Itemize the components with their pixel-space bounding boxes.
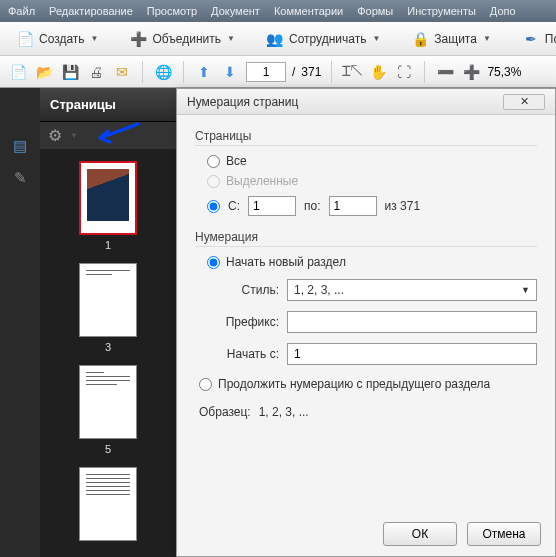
option-selected-row: Выделенные (207, 174, 537, 188)
snapshot-icon[interactable]: ⛶ (394, 62, 414, 82)
dialog-buttons: ОК Отмена (383, 522, 541, 546)
pages-panel: Страницы ⚙ ▼ 1 3 5 (40, 88, 176, 557)
menu-document[interactable]: Документ (211, 5, 260, 17)
from-input[interactable] (248, 196, 296, 216)
of-total-label: из 371 (385, 199, 421, 213)
option-all-row[interactable]: Все (207, 154, 537, 168)
left-sidebar: ▤ ✎ (0, 88, 40, 557)
world-icon[interactable]: 🌐 (153, 62, 173, 82)
dropdown-icon: ▼ (91, 34, 99, 43)
numbering-group: Нумерация Начать новый раздел Стиль: 1, … (195, 230, 537, 391)
menu-forms[interactable]: Формы (357, 5, 393, 17)
pen-icon: ✒ (521, 29, 541, 49)
page-number-input[interactable] (246, 62, 286, 82)
merge-label: Объединить (153, 32, 222, 46)
thumbnail-number: 5 (105, 443, 111, 455)
close-button[interactable]: ✕ (503, 94, 545, 110)
new-section-label: Начать новый раздел (226, 255, 346, 269)
style-select[interactable]: 1, 2, 3, ... ▼ (287, 279, 537, 301)
separator (424, 61, 425, 83)
new-document-icon: 📄 (15, 29, 35, 49)
option-all-label: Все (226, 154, 247, 168)
create-button[interactable]: 📄 Создать ▼ (8, 25, 106, 53)
main-area: ▤ ✎ Страницы ⚙ ▼ 1 3 5 (0, 88, 556, 557)
bookmarks-tab-icon[interactable]: ✎ (10, 168, 30, 188)
menu-help[interactable]: Допо (490, 5, 516, 17)
lock-icon: 🔒 (410, 29, 430, 49)
next-page-icon[interactable]: ⬇ (220, 62, 240, 82)
page-separator: / (292, 65, 295, 79)
prefix-label: Префикс: (215, 315, 279, 329)
thumbnails-list: 1 3 5 (40, 149, 176, 557)
protect-label: Защита (434, 32, 477, 46)
text-select-icon[interactable]: Ꮖ↖ (342, 62, 362, 82)
start-input[interactable] (287, 343, 537, 365)
menu-edit[interactable]: Редактирование (49, 5, 133, 17)
zoom-out-icon[interactable]: ➖ (435, 62, 455, 82)
menu-view[interactable]: Просмотр (147, 5, 197, 17)
mail-icon[interactable]: ✉ (112, 62, 132, 82)
option-new-section-row[interactable]: Начать новый раздел (207, 255, 537, 269)
option-continue-row[interactable]: Продолжить нумерацию с предыдущего разде… (199, 377, 537, 391)
zoom-value[interactable]: 75,3% (487, 65, 521, 79)
arrow-annotation (92, 120, 142, 146)
pages-group-label: Страницы (195, 129, 537, 146)
style-row: Стиль: 1, 2, 3, ... ▼ (215, 279, 537, 301)
hand-tool-icon[interactable]: ✋ (368, 62, 388, 82)
dropdown-icon[interactable]: ▼ (70, 131, 78, 140)
menu-comments[interactable]: Комментарии (274, 5, 343, 17)
numbering-group-label: Нумерация (195, 230, 537, 247)
menubar: Файл Редактирование Просмотр Документ Ко… (0, 0, 556, 22)
radio-continue[interactable] (199, 378, 212, 391)
pages-panel-title: Страницы (40, 88, 176, 122)
ok-button[interactable]: ОК (383, 522, 457, 546)
prev-page-icon[interactable]: ⬆ (194, 62, 214, 82)
thumbnail-item[interactable] (79, 467, 137, 541)
thumbnail-number: 1 (105, 239, 111, 251)
zoom-in-icon[interactable]: ➕ (461, 62, 481, 82)
thumbnail-item[interactable]: 3 (79, 263, 137, 353)
radio-from[interactable] (207, 200, 220, 213)
sign-button[interactable]: ✒ Подпись ▼ (514, 25, 556, 53)
dialog-body: Страницы Все Выделенные С: по: из 371 (177, 115, 555, 433)
separator (142, 61, 143, 83)
collaborate-button[interactable]: 👥 Сотрудничать ▼ (258, 25, 387, 53)
prefix-input[interactable] (287, 311, 537, 333)
main-toolbar: 📄 Создать ▼ ➕ Объединить ▼ 👥 Сотрудничат… (0, 22, 556, 56)
cancel-button[interactable]: Отмена (467, 522, 541, 546)
radio-all[interactable] (207, 155, 220, 168)
dropdown-icon: ▼ (227, 34, 235, 43)
save-icon[interactable]: 💾 (60, 62, 80, 82)
to-input[interactable] (329, 196, 377, 216)
thumbnail-item[interactable]: 1 (79, 161, 137, 251)
sample-label: Образец: (199, 405, 251, 419)
nav-toolbar: 📄 📂 💾 🖨 ✉ 🌐 ⬆ ⬇ / 371 Ꮖ↖ ✋ ⛶ ➖ ➕ 75,3% (0, 56, 556, 88)
merge-button[interactable]: ➕ Объединить ▼ (122, 25, 242, 53)
create-label: Создать (39, 32, 85, 46)
print-icon[interactable]: 🖨 (86, 62, 106, 82)
thumbnail-page (79, 467, 137, 541)
pages-tab-icon[interactable]: ▤ (10, 136, 30, 156)
dropdown-icon: ▼ (483, 34, 491, 43)
merge-icon: ➕ (129, 29, 149, 49)
page-icon[interactable]: 📄 (8, 62, 28, 82)
protect-button[interactable]: 🔒 Защита ▼ (403, 25, 497, 53)
continue-label: Продолжить нумерацию с предыдущего разде… (218, 377, 490, 391)
menu-tools[interactable]: Инструменты (407, 5, 476, 17)
radio-new-section[interactable] (207, 256, 220, 269)
from-label: С: (228, 199, 240, 213)
thumbnail-item[interactable]: 5 (79, 365, 137, 455)
option-selected-label: Выделенные (226, 174, 298, 188)
dropdown-icon: ▼ (372, 34, 380, 43)
page-numbering-dialog: Нумерация страниц ✕ Страницы Все Выделен… (176, 88, 556, 557)
open-icon[interactable]: 📂 (34, 62, 54, 82)
dialog-titlebar: Нумерация страниц ✕ (177, 89, 555, 115)
pages-group: Страницы Все Выделенные С: по: из 371 (195, 129, 537, 216)
start-label: Начать с: (215, 347, 279, 361)
sample-row: Образец: 1, 2, 3, ... (199, 405, 537, 419)
collaborate-label: Сотрудничать (289, 32, 366, 46)
gear-icon[interactable]: ⚙ (48, 126, 62, 145)
page-total: 371 (301, 65, 321, 79)
menu-file[interactable]: Файл (8, 5, 35, 17)
thumbnail-number: 3 (105, 341, 111, 353)
